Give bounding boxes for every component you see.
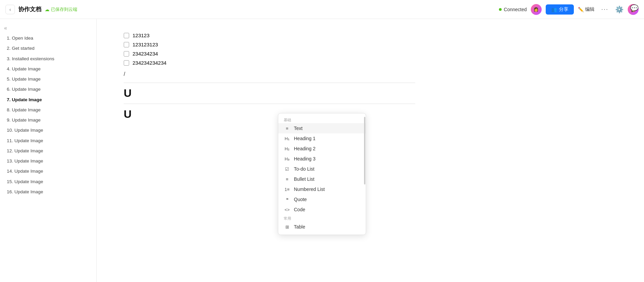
theme-button[interactable]: ⚙️ [615, 5, 624, 14]
todo-checkbox-4[interactable] [124, 60, 129, 66]
menu-item-heading-3[interactable]: H₃Heading 3 [278, 154, 366, 164]
edit-button[interactable]: ✏️ 编辑 [578, 6, 595, 13]
todo-item-1: 123123 [124, 32, 415, 38]
share-icon: 👥 [551, 7, 557, 12]
separator-1 [124, 83, 415, 83]
big-letter-2: U [124, 108, 415, 121]
todo-checkbox-3[interactable] [124, 51, 129, 57]
todo-text-2: 123123123 [133, 42, 158, 47]
connection-dot [499, 8, 502, 11]
sidebar-item-5[interactable]: 5. Update Image [0, 74, 96, 84]
menu-item-bullet-list-label: Bullet List [294, 176, 315, 182]
back-button[interactable]: ‹ [5, 5, 15, 14]
todo-checkbox-1[interactable] [124, 33, 129, 38]
sidebar: « 1. Open Idea2. Get started3. Installed… [0, 19, 97, 282]
connected-indicator: Connected [499, 7, 527, 12]
main-layout: « 1. Open Idea2. Get started3. Installed… [0, 19, 644, 282]
connected-label: Connected [504, 7, 527, 12]
header: ‹ 协作文档 ☁ 已保存到云端 Connected 👩 👥 分享 ✏️ 编辑 ·… [0, 0, 644, 19]
todo-item-3: 234234234 [124, 51, 415, 57]
separator-2 [124, 104, 415, 104]
sidebar-item-3[interactable]: 3. Installed exstensions [0, 54, 96, 64]
heading-3-icon: H₃ [284, 156, 290, 161]
sidebar-item-16[interactable]: 16. Update Image [0, 187, 96, 197]
menu-item-heading-1-label: Heading 1 [294, 136, 316, 141]
menu-item-heading-1[interactable]: H₁Heading 1 [278, 133, 366, 144]
sidebar-item-9[interactable]: 9. Update Image [0, 115, 96, 125]
sidebar-item-8[interactable]: 8. Update Image [0, 105, 96, 115]
table-icon: ⊞ [284, 224, 290, 230]
menu-item-code-label: Code [294, 207, 305, 212]
menu-item-heading-3-label: Heading 3 [294, 156, 316, 161]
menu-item-numbered-list[interactable]: 1≡Numbered List [278, 184, 366, 194]
doc-title: 协作文档 [18, 5, 41, 13]
menu-item-table-label: Table [294, 224, 305, 230]
sidebar-item-4[interactable]: 4. Update Image [0, 64, 96, 74]
heading-2-icon: H₂ [284, 146, 290, 151]
big-letter-1: U [124, 87, 415, 100]
todo-text-1: 123123 [133, 32, 149, 38]
slash-command-line: / [124, 71, 415, 77]
comment-button[interactable]: 💬 [630, 4, 639, 12]
to-do-list-icon: ☑ [284, 167, 290, 172]
sidebar-item-15[interactable]: 15. Update Image [0, 177, 96, 187]
menu-item-code[interactable]: <>Code [278, 204, 366, 215]
sidebar-item-11[interactable]: 11. Update Image [0, 136, 96, 146]
bullet-list-icon: ≡ [284, 177, 290, 182]
menu-item-bullet-list[interactable]: ≡Bullet List [278, 174, 366, 184]
sidebar-item-7[interactable]: 7. Update Image [0, 95, 96, 105]
scrollbar-thumb [364, 117, 365, 185]
menu-item-text[interactable]: ≡Text [278, 123, 366, 133]
slash-command-dropdown: 基础 ≡TextH₁Heading 1H₂Heading 2H₃Heading … [278, 113, 366, 235]
heading-1-icon: H₁ [284, 136, 290, 141]
todo-text-4: 234234234234 [133, 60, 166, 66]
sidebar-item-13[interactable]: 13. Update Image [0, 156, 96, 166]
user-avatar-1[interactable]: 👩 [531, 4, 542, 15]
menu-item-to-do-list[interactable]: ☑To-do List [278, 164, 366, 174]
sidebar-nav: 1. Open Idea2. Get started3. Installed e… [0, 33, 96, 197]
sidebar-item-14[interactable]: 14. Update Image [0, 166, 96, 176]
dropdown-items-list: ≡TextH₁Heading 1H₂Heading 2H₃Heading 3☑T… [278, 123, 366, 215]
menu-item-quote-label: Quote [294, 197, 307, 202]
todo-text-3: 234234234 [133, 51, 158, 57]
menu-item-table[interactable]: ⊞ Table [278, 222, 366, 232]
share-button[interactable]: 👥 分享 [546, 4, 574, 15]
cloud-save-label: 已保存到云端 [51, 6, 77, 13]
text-icon: ≡ [284, 126, 290, 131]
sidebar-collapse-button[interactable]: « [0, 23, 11, 33]
more-button[interactable]: ··· [599, 4, 611, 14]
sidebar-item-10[interactable]: 10. Update Image [0, 125, 96, 135]
cloud-save-status: ☁ 已保存到云端 [45, 6, 77, 13]
dropdown-scrollbar[interactable] [364, 113, 366, 235]
menu-item-text-label: Text [294, 126, 303, 131]
editor-content: 123123123123123234234234234234234234 / U… [124, 32, 415, 121]
section-common-label: 常用 [278, 215, 366, 222]
cloud-icon: ☁ [45, 7, 49, 12]
sidebar-item-6[interactable]: 6. Update Image [0, 84, 96, 94]
sidebar-item-2[interactable]: 2. Get started [0, 43, 96, 53]
code-icon: <> [284, 207, 290, 212]
header-right: Connected 👩 👥 分享 ✏️ 编辑 ··· ⚙️ 🧑 💬 [499, 4, 639, 15]
section-basic-label: 基础 [278, 116, 366, 123]
menu-item-quote[interactable]: ❝Quote [278, 194, 366, 204]
pencil-icon: ✏️ [578, 7, 584, 12]
sidebar-item-12[interactable]: 12. Update Image [0, 146, 96, 156]
menu-item-numbered-list-label: Numbered List [294, 187, 325, 192]
header-left: ‹ 协作文档 ☁ 已保存到云端 [5, 5, 495, 14]
menu-item-heading-2-label: Heading 2 [294, 146, 316, 151]
sidebar-item-1[interactable]: 1. Open Idea [0, 33, 96, 43]
todo-item-4: 234234234234 [124, 60, 415, 66]
editor-area[interactable]: 123123123123123234234234234234234234 / U… [97, 19, 644, 282]
menu-item-to-do-list-label: To-do List [294, 166, 315, 172]
quote-icon: ❝ [284, 197, 290, 202]
todo-item-2: 123123123 [124, 42, 415, 47]
numbered-list-icon: 1≡ [284, 187, 290, 192]
menu-item-heading-2[interactable]: H₂Heading 2 [278, 144, 366, 154]
todo-checkbox-2[interactable] [124, 42, 129, 47]
todo-list: 123123123123123234234234234234234234 [124, 32, 415, 66]
